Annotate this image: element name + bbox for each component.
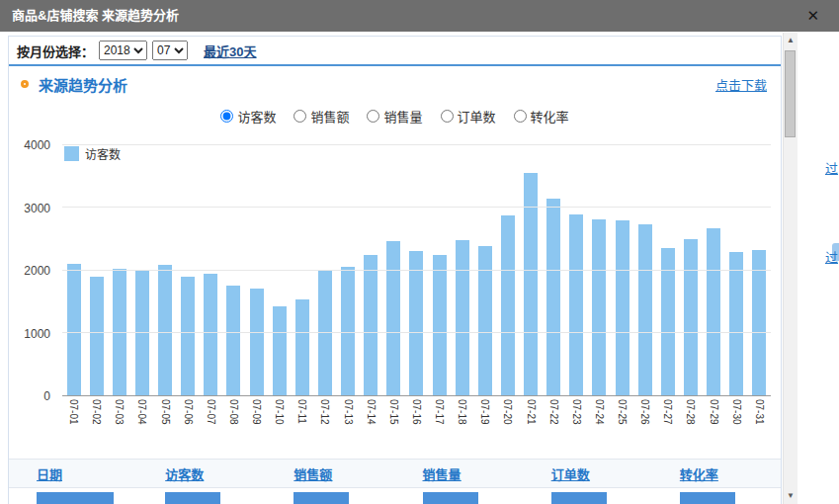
clipped-cell-value — [551, 492, 607, 504]
clipped-link-fragment-0: 过 — [825, 158, 838, 177]
table-cell-3 — [395, 488, 524, 504]
data-table: 日期访客数销售额销售量订单数转化率 — [9, 459, 781, 504]
download-link[interactable]: 点击下载 — [715, 75, 767, 94]
x-tick-07-23: 07-23 — [565, 399, 588, 425]
bars — [62, 145, 771, 395]
bullet-ring-icon — [21, 80, 29, 88]
year-select[interactable]: 2018 — [99, 41, 147, 60]
gridline-2000 — [62, 270, 771, 271]
bar-07-15 — [386, 241, 400, 395]
clipped-link-fragment-1: 过 — [825, 247, 838, 266]
x-tick-07-13: 07-13 — [337, 399, 360, 425]
x-tick-07-25: 07-25 — [611, 399, 633, 425]
dialog-titlebar: 商品&店铺搜索 来源趋势分析 ✕ — [0, 0, 839, 32]
table-header-row: 日期访客数销售额销售量订单数转化率 — [9, 459, 781, 488]
table-cell-5 — [652, 488, 781, 504]
section-title: 来源趋势分析 — [39, 74, 127, 95]
bar-07-28 — [684, 239, 698, 395]
x-tick-07-08: 07-08 — [222, 399, 245, 425]
x-tick-07-29: 07-29 — [703, 399, 725, 425]
metric-radio-4[interactable]: 转化率 — [514, 107, 569, 126]
metric-radio-label-4: 转化率 — [531, 107, 569, 126]
month-select[interactable]: 07 — [152, 41, 188, 60]
gridline-4000 — [62, 144, 771, 145]
metric-radio-3[interactable]: 订单数 — [441, 107, 496, 126]
x-tick-07-04: 07-04 — [130, 399, 153, 425]
x-axis-labels: 07-0107-0207-0307-0407-0507-0607-0707-08… — [13, 399, 779, 445]
clipped-cell-value — [423, 492, 478, 504]
x-tick-07-30: 07-30 — [725, 399, 748, 425]
table-header-link-5[interactable]: 转化率 — [680, 467, 718, 482]
clipped-cell-value — [165, 492, 220, 504]
x-tick-07-01: 07-01 — [62, 399, 85, 425]
legend-swatch-icon — [64, 146, 79, 161]
close-icon[interactable]: ✕ — [806, 0, 819, 32]
chart-legend[interactable]: 访客数 — [64, 145, 121, 162]
bar-07-31 — [752, 250, 766, 395]
dialog-content: 按月份选择： 2018 07 最近30天 来源趋势分析 点击下载 访客数销售额销… — [8, 36, 782, 504]
bar-07-06 — [181, 277, 195, 395]
metric-radio-input-1[interactable] — [294, 110, 306, 123]
x-tick-07-21: 07-21 — [520, 399, 543, 425]
x-tick-07-10: 07-10 — [268, 399, 291, 425]
bar-07-18 — [456, 240, 469, 395]
x-axis-labels-inner: 07-0107-0207-0307-0407-0507-0607-0707-08… — [62, 399, 771, 425]
bar-07-26 — [638, 224, 652, 395]
metric-radio-input-2[interactable] — [367, 110, 379, 123]
metric-radio-input-0[interactable] — [220, 110, 233, 123]
table-header-link-1[interactable]: 访客数 — [165, 467, 204, 482]
metric-radio-input-4[interactable] — [514, 110, 527, 123]
bar-07-16 — [409, 251, 423, 395]
metric-radio-1[interactable]: 销售额 — [294, 107, 349, 126]
table-header-link-3[interactable]: 销售量 — [423, 467, 461, 482]
scroll-up-icon[interactable]: ▲ — [784, 33, 797, 48]
bar-07-17 — [433, 255, 447, 395]
metric-radio-label-2: 销售量 — [383, 107, 422, 126]
dialog: 商品&店铺搜索 来源趋势分析 ✕ 按月份选择： 2018 07 最近30天 来源… — [0, 0, 839, 504]
metric-radio-2[interactable]: 销售量 — [367, 107, 422, 126]
table-header-link-2[interactable]: 销售额 — [294, 467, 332, 482]
x-tick-07-02: 07-02 — [85, 399, 108, 425]
scrollbar-thumb[interactable] — [785, 50, 796, 137]
scroll-down-icon[interactable]: ▼ — [784, 488, 797, 504]
x-tick-07-27: 07-27 — [656, 399, 679, 425]
bar-07-30 — [729, 252, 743, 395]
bar-07-10 — [273, 306, 287, 395]
table-header-cell-0: 日期 — [9, 464, 137, 483]
x-tick-07-07: 07-07 — [200, 399, 222, 425]
table-header-cell-3: 销售量 — [395, 464, 524, 483]
gridline-3000 — [62, 207, 771, 208]
table-header-link-0[interactable]: 日期 — [37, 467, 62, 482]
metric-radio-input-3[interactable] — [441, 110, 454, 123]
y-tick-2000: 2000 — [24, 264, 50, 278]
x-tick-07-03: 07-03 — [108, 399, 130, 425]
bar-07-04 — [135, 271, 149, 396]
table-header-cell-4: 订单数 — [524, 464, 652, 483]
gridline-1000 — [62, 332, 771, 333]
table-row — [9, 488, 781, 504]
x-tick-07-06: 07-06 — [177, 399, 200, 425]
table-header-cell-1: 访客数 — [137, 464, 266, 483]
x-tick-07-12: 07-12 — [313, 399, 336, 425]
bar-07-20 — [501, 215, 515, 395]
bar-07-09 — [250, 289, 264, 395]
metric-radio-0[interactable]: 访客数 — [220, 107, 276, 126]
recent-30-days-link[interactable]: 最近30天 — [204, 42, 256, 60]
bar-07-29 — [707, 228, 720, 395]
x-tick-07-22: 07-22 — [543, 399, 565, 425]
x-tick-07-11: 07-11 — [291, 399, 313, 425]
table-header-link-4[interactable]: 订单数 — [551, 467, 590, 482]
table-header-cell-2: 销售额 — [266, 464, 394, 483]
metric-radio-label-0: 访客数 — [237, 107, 276, 126]
x-tick-07-24: 07-24 — [588, 399, 611, 425]
bar-07-01 — [67, 264, 81, 395]
x-tick-07-15: 07-15 — [382, 399, 405, 425]
x-tick-07-16: 07-16 — [405, 399, 428, 425]
month-filter-label: 按月份选择： — [17, 42, 94, 60]
bar-07-02 — [90, 277, 104, 395]
month-filter-row: 按月份选择： 2018 07 最近30天 — [9, 37, 781, 66]
dialog-title: 商品&店铺搜索 来源趋势分析 — [0, 0, 839, 32]
bar-07-14 — [364, 255, 378, 395]
table-cell-0 — [9, 488, 137, 504]
vertical-scrollbar[interactable]: ▲ ▼ — [783, 33, 797, 504]
